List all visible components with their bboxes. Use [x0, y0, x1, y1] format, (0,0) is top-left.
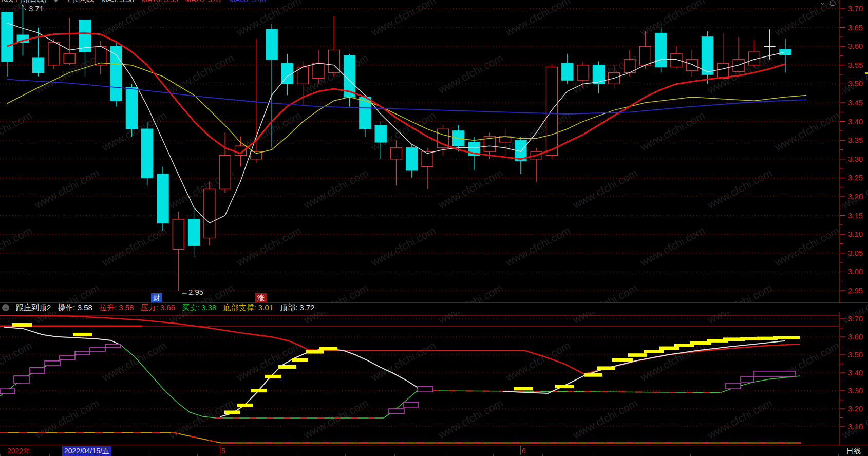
- candle-body: [375, 125, 386, 142]
- frame-tick: [740, 454, 740, 456]
- indicator-name[interactable]: 跟庄到顶2: [16, 303, 51, 313]
- candle-body: [142, 129, 153, 178]
- magenta-step-box: [30, 368, 45, 373]
- bottom-support-red-dash: [0, 433, 801, 443]
- axis-price-marker: [865, 72, 868, 74]
- indicator-header: ⌄ 跟庄到顶2 操作: 3.58拉升: 3.58压力: 3.66买卖: 3.38…: [0, 303, 841, 312]
- year-label: 2022年: [7, 447, 30, 456]
- indicator-value-压力: 压力: 3.66: [140, 303, 175, 313]
- window-icon[interactable]: ▢: [829, 0, 836, 6]
- yellow-step-bar: [644, 350, 664, 353]
- frame-tick: [444, 454, 444, 456]
- magenta-step-box: [90, 348, 105, 351]
- indicator-value-买卖: 买卖: 3.38: [182, 303, 217, 313]
- frame-tick: [296, 454, 296, 456]
- y-axis-label: 3.30: [848, 155, 863, 163]
- y-axis-label: 3.50: [848, 350, 863, 359]
- month-tick: [220, 446, 220, 455]
- candle-body: [126, 88, 137, 129]
- frame-tick: [592, 454, 592, 456]
- white-left: [4, 327, 121, 345]
- ma-slow-red: [7, 33, 785, 159]
- y-axis-label: 3.45: [848, 98, 863, 107]
- indicator-values: 操作: 3.58拉升: 3.58压力: 3.66买卖: 3.38底部支撑: 3.…: [58, 303, 314, 313]
- magenta-step-box: [726, 383, 741, 389]
- magenta-step-box: [105, 344, 121, 348]
- indicator-value-操作: 操作: 3.58: [58, 303, 92, 313]
- candle-body: [391, 148, 402, 159]
- magenta-step-box: [14, 376, 29, 383]
- candle-body: [577, 65, 589, 80]
- ma-fast-white: [7, 23, 785, 223]
- candle-body: [204, 189, 215, 238]
- yellow-step-bar: [278, 365, 296, 369]
- candle-body: [266, 29, 277, 60]
- main-candlestick-chart[interactable]: 3.703.653.603.553.503.453.403.353.303.25…: [0, 0, 868, 303]
- y-axis-label: 3.10: [848, 422, 863, 431]
- candle-body: [95, 46, 106, 65]
- signal-label: 涨: [257, 294, 265, 302]
- frame-tick: [690, 454, 691, 456]
- candle-body: [639, 46, 651, 65]
- candle-body: [546, 67, 558, 155]
- month-tick: [520, 446, 521, 455]
- yellow-step-bar: [251, 389, 267, 392]
- frame-tick: [0, 454, 1, 456]
- green-flat-mid: [432, 391, 721, 393]
- magenta-step-box: [741, 376, 753, 382]
- legend-fragment: ●: [54, 0, 58, 4]
- candle-body: [422, 151, 433, 166]
- candle-body: [48, 43, 60, 65]
- candles: [2, 5, 791, 291]
- yellow-step-bar: [319, 347, 337, 350]
- yellow-step-bar: [265, 375, 281, 378]
- legend-fragment: MA20: 3.47: [185, 0, 222, 4]
- yellow-step-bar: [555, 385, 574, 388]
- yellow-step-bar: [612, 358, 633, 362]
- chevron-down-circle-icon[interactable]: ⌄: [2, 304, 9, 311]
- chevron-down-icon[interactable]: ⌄: [820, 0, 825, 6]
- sub-grid: 3.703.603.503.403.303.203.10: [0, 314, 863, 431]
- month-label: 6: [522, 447, 526, 455]
- frame-tick: [542, 454, 543, 456]
- frame-tick: [99, 454, 99, 456]
- y-axis-label: 3.50: [848, 79, 863, 88]
- yellow-step-bar: [514, 387, 533, 390]
- green-descent: [121, 345, 216, 418]
- yellow-step-bar: [237, 404, 253, 407]
- candle-body: [313, 63, 324, 78]
- yellow-step-bar: [292, 358, 308, 362]
- date-axis[interactable]: 2022年 2022/04/15/五 56 日线: [0, 446, 868, 456]
- month-label: 5: [221, 447, 225, 455]
- candle-body: [173, 219, 184, 250]
- main-grid: 3.703.653.603.553.503.453.403.353.303.25…: [0, 4, 863, 295]
- y-axis-label: 3.10: [848, 230, 863, 238]
- main-chart-legend: K线主图(日线)●主图均线MA5: 3.58MA10: 3.53MA20: 3.…: [1, 0, 266, 4]
- candle-body: [718, 63, 729, 78]
- price-annotation: ←2.95: [181, 288, 203, 296]
- frame-tick: [641, 454, 641, 456]
- yellow-step-bar: [628, 353, 647, 357]
- y-axis-label: 3.00: [848, 267, 863, 276]
- yellow-step-bar: [73, 333, 92, 336]
- y-axis-label: 3.20: [848, 404, 863, 413]
- period-label[interactable]: 日线: [840, 447, 867, 456]
- y-axis-label: 3.40: [848, 368, 863, 377]
- yellow-step-bar: [584, 373, 602, 377]
- yellow-step-bar: [12, 323, 32, 327]
- candle-body: [686, 60, 697, 71]
- frame-tick: [49, 454, 50, 456]
- signal-label: 财: [153, 294, 160, 302]
- selected-date-chip[interactable]: 2022/04/15/五: [62, 446, 111, 456]
- magenta-step-box: [403, 402, 419, 407]
- yellow-step-bar: [597, 366, 615, 370]
- y-axis-label: 3.70: [848, 314, 863, 323]
- candle-body: [188, 219, 200, 245]
- candle-body: [64, 54, 75, 63]
- magenta-step-box: [389, 409, 404, 413]
- indicator-value-顶部: 顶部: 3.72: [280, 303, 315, 313]
- frame-tick: [148, 454, 148, 456]
- indicator-chart[interactable]: 3.703.603.503.403.303.203.10: [0, 312, 868, 445]
- y-axis-label: 3.70: [848, 4, 863, 13]
- candle-body: [157, 174, 168, 223]
